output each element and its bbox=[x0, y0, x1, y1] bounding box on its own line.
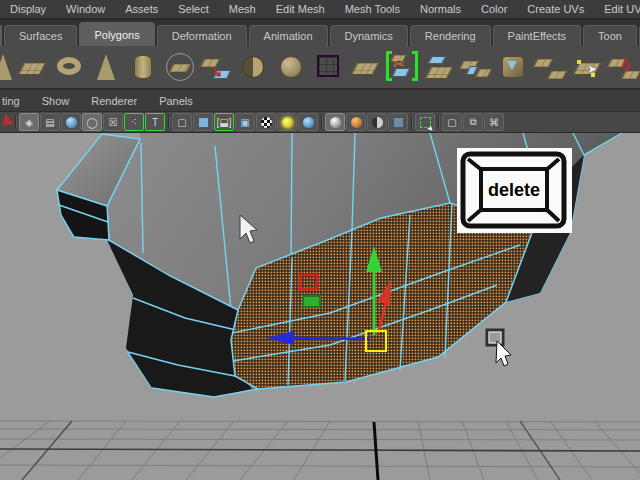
shaded-cube-button[interactable] bbox=[193, 113, 213, 131]
overlap-squares-button[interactable]: ⧉ bbox=[463, 113, 483, 131]
camera-attributes-button[interactable]: ◈ bbox=[19, 113, 39, 131]
panel-menu-renderer[interactable]: Renderer bbox=[80, 95, 148, 107]
brush-tip-icon[interactable] bbox=[0, 113, 12, 131]
tab-clipped-left[interactable] bbox=[0, 25, 2, 46]
use-default-material-button[interactable] bbox=[325, 113, 345, 131]
panel-menu-panels[interactable]: Panels bbox=[148, 95, 204, 107]
menu-color[interactable]: Color bbox=[471, 3, 517, 15]
checker-sphere-button[interactable] bbox=[256, 113, 276, 131]
safe-action-button[interactable]: ⁖ bbox=[124, 113, 144, 131]
maya-window: { "menu_bar": { "items": ["Display","Win… bbox=[0, 0, 640, 480]
tab-animation[interactable]: Animation bbox=[249, 25, 328, 46]
bevel-cube-icon[interactable] bbox=[495, 48, 532, 86]
tab-deformation[interactable]: Deformation bbox=[157, 25, 247, 46]
panel-menu-show[interactable]: Show bbox=[31, 95, 81, 107]
toolbar-separator bbox=[166, 114, 171, 130]
menu-display[interactable]: Display bbox=[0, 3, 56, 15]
safe-title-button[interactable]: T bbox=[145, 113, 165, 131]
field-chart-button[interactable]: ☒ bbox=[103, 113, 123, 131]
transparent-cube-button[interactable] bbox=[388, 113, 408, 131]
toolbar-separator bbox=[409, 114, 414, 130]
poly-plane-circled-icon[interactable] bbox=[162, 48, 199, 86]
viewport-panel[interactable]: delete bbox=[0, 133, 640, 480]
delete-key-overlay: delete bbox=[457, 148, 572, 233]
delete-key-label: delete bbox=[488, 180, 540, 200]
menu-normals[interactable]: Normals bbox=[410, 3, 471, 15]
poly-torus-icon[interactable] bbox=[51, 48, 88, 86]
shelf-tab-bar: Surfaces Polygons Deformation Animation … bbox=[0, 20, 640, 46]
duplicate-faces-icon[interactable] bbox=[532, 48, 569, 86]
shaded-sphere-button[interactable] bbox=[298, 113, 318, 131]
combine-arrow-icon[interactable]: ➘ bbox=[199, 48, 236, 86]
poly-cone-icon[interactable] bbox=[88, 48, 125, 86]
panel-menu-lighting-clipped[interactable]: ting bbox=[0, 95, 31, 107]
menu-mesh-tools[interactable]: Mesh Tools bbox=[335, 3, 410, 15]
poly-plane-icon[interactable] bbox=[14, 48, 51, 86]
menu-assets[interactable]: Assets bbox=[115, 3, 168, 15]
menu-create-uvs[interactable]: Create UVs bbox=[517, 3, 594, 15]
wireframe-blue-cube-button[interactable]: ▣ bbox=[235, 113, 255, 131]
film-gate-button[interactable]: ▤ bbox=[40, 113, 60, 131]
toolbar-separator bbox=[436, 114, 441, 130]
default-light-button[interactable] bbox=[277, 113, 297, 131]
wire-cube-button[interactable]: ▢ bbox=[442, 113, 462, 131]
polygons-shelf: ➘ ✂ ➤ bbox=[0, 46, 640, 90]
marquee-select-button[interactable] bbox=[415, 113, 435, 131]
marker-green-rect bbox=[303, 296, 320, 307]
toolbar-separator bbox=[319, 114, 324, 130]
tab-surfaces[interactable]: Surfaces bbox=[4, 25, 77, 46]
menu-mesh[interactable]: Mesh bbox=[219, 3, 266, 15]
smooth-proxy-cube-icon[interactable] bbox=[310, 48, 347, 86]
poly-sphere-icon[interactable] bbox=[273, 48, 310, 86]
resolution-gate-button[interactable] bbox=[61, 113, 81, 131]
half-shade-sphere-button[interactable] bbox=[367, 113, 387, 131]
viewport-canvas[interactable]: delete bbox=[0, 133, 640, 480]
poly-cone-clipped-icon[interactable] bbox=[0, 48, 14, 86]
tab-toon[interactable]: Toon bbox=[583, 25, 637, 46]
share-nodes-button[interactable]: ⌘ bbox=[484, 113, 504, 131]
poly-cylinder-icon[interactable] bbox=[125, 48, 162, 86]
boolean-spheres-icon[interactable] bbox=[236, 48, 273, 86]
isolate-select-button[interactable]: [⬓] bbox=[214, 113, 234, 131]
extract-faces-scissors-icon[interactable]: ✂ bbox=[384, 48, 421, 86]
textured-sphere-button[interactable] bbox=[346, 113, 366, 131]
tab-polygons[interactable]: Polygons bbox=[79, 22, 154, 46]
bridge-faces-icon[interactable] bbox=[458, 48, 495, 86]
panel-menu-bar: ting Show Renderer Panels bbox=[0, 90, 640, 112]
main-menu-bar: Display Window Assets Select Mesh Edit M… bbox=[0, 0, 640, 20]
menu-edit-uvs[interactable]: Edit UVs bbox=[594, 3, 640, 15]
menu-window[interactable]: Window bbox=[56, 3, 115, 15]
tab-rendering[interactable]: Rendering bbox=[410, 25, 491, 46]
triangulate-plane-icon[interactable] bbox=[347, 48, 384, 86]
split-edges-icon[interactable] bbox=[606, 48, 640, 86]
tab-dynamics[interactable]: Dynamics bbox=[330, 25, 408, 46]
manipulator-z-axis[interactable] bbox=[293, 338, 370, 339]
toolbar-separator bbox=[13, 114, 18, 130]
wireframe-cube-button[interactable]: ▢ bbox=[172, 113, 192, 131]
menu-select[interactable]: Select bbox=[168, 3, 219, 15]
gate-mask-button[interactable]: ◯ bbox=[82, 113, 102, 131]
tab-painteffects[interactable]: PaintEffects bbox=[493, 25, 582, 46]
menu-edit-mesh[interactable]: Edit Mesh bbox=[266, 3, 335, 15]
panel-toolbar: ◈ ▤ ◯ ☒ ⁖ T ▢ [⬓] ▣ ▢ ⧉ ⌘ bbox=[0, 112, 640, 133]
append-polygon-icon[interactable]: ➤ bbox=[569, 48, 606, 86]
extrude-face-icon[interactable] bbox=[421, 48, 458, 86]
